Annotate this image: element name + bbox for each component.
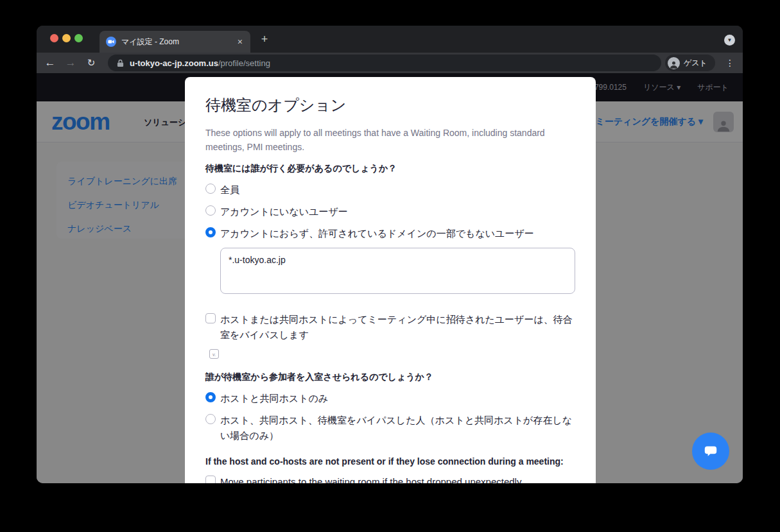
close-tab-icon[interactable]: × (236, 37, 244, 47)
question-who-goes-to-waiting-room: 待機室には誰が行く必要があるのでしょうか？ (205, 163, 575, 175)
browser-tab[interactable]: マイ設定 - Zoom × (100, 31, 250, 53)
url-text: u-tokyo-ac-jp.zoom.us/profile/setting (130, 58, 270, 68)
radio-row-users-not-in-account[interactable]: アカウントにいないユーザー (205, 204, 575, 219)
radio-label: アカウントにいないユーザー (220, 204, 348, 219)
chat-bubble-icon (702, 443, 719, 459)
fullscreen-window-button[interactable] (74, 34, 83, 42)
checkbox-icon[interactable] (205, 476, 216, 483)
forward-button[interactable]: → (63, 53, 78, 73)
radio-icon[interactable] (205, 414, 216, 424)
tab-title: マイ設定 - Zoom (121, 37, 236, 47)
chat-widget-button[interactable] (692, 433, 729, 470)
url-domain: u-tokyo-ac-jp.zoom.us (130, 58, 218, 68)
modal-title: 待機室のオプション (205, 95, 575, 116)
page-viewport: 88.799.0125 リソース ▾ サポート zoom ソリューション ミーテ… (37, 73, 743, 483)
minimize-window-button[interactable] (62, 34, 71, 42)
modal-description: These options will apply to all meetings… (205, 126, 575, 154)
browser-toolbar: ← → ↻ u-tokyo-ac-jp.zoom.us/profile/sett… (37, 53, 743, 73)
question-who-admits-participants: 誰が待機室から参加者を入室させられるのでしょうか？ (205, 372, 575, 383)
close-window-button[interactable] (50, 34, 58, 42)
radio-row-everyone[interactable]: 全員 (205, 182, 575, 198)
radio-row-host-cohosts-only[interactable]: ホストと共同ホストのみ (205, 391, 575, 406)
checkbox-label: Move participants to the waiting room if… (220, 474, 521, 483)
browser-menu-button[interactable]: ⋮ (725, 53, 735, 73)
back-button[interactable]: ← (42, 53, 58, 73)
guest-label: ゲスト (684, 58, 707, 69)
allowed-domains-input[interactable]: *.u-tokyo.ac.jp (220, 248, 575, 294)
lock-icon (117, 59, 124, 67)
radio-label: アカウントにおらず、許可されているドメインの一部でもないユーザー (220, 226, 534, 241)
zoom-favicon-icon (106, 37, 116, 47)
radio-label: 全員 (220, 182, 239, 198)
waiting-room-options-modal: 待機室のオプション These options will apply to al… (185, 77, 596, 483)
tab-search-button[interactable]: ▼ (724, 35, 735, 46)
checkbox-row-move-participants[interactable]: Move participants to the waiting room if… (205, 474, 575, 483)
radio-icon[interactable] (205, 184, 216, 194)
radio-row-users-not-in-allowed-domains[interactable]: アカウントにおらず、許可されているドメインの一部でもないユーザー (205, 226, 575, 241)
checkbox-label: ホストまたは共同ホストによってミーティング中に招待されたユーザーは、待合室をバイ… (220, 312, 575, 343)
checkbox-row-bypass-invited-users[interactable]: ホストまたは共同ホストによってミーティング中に招待されたユーザーは、待合室をバイ… (205, 312, 575, 343)
checkbox-icon[interactable] (205, 313, 216, 323)
chevron-down-icon: ▼ (727, 38, 732, 43)
url-path: /profile/setting (218, 58, 270, 68)
radio-label: ホストと共同ホストのみ (220, 391, 328, 406)
radio-label: ホスト、共同ホスト、待機室をバイパスした人（ホストと共同ホストが存在しない場合の… (220, 413, 575, 443)
browser-profile-button[interactable]: ゲスト (665, 55, 715, 71)
guest-avatar-icon (668, 57, 680, 69)
new-tab-button[interactable]: + (257, 32, 272, 46)
radio-icon-selected[interactable] (205, 227, 216, 237)
browser-window: マイ設定 - Zoom × + ▼ ← → ↻ u-tokyo-ac-jp.zo… (37, 26, 743, 483)
address-bar[interactable]: u-tokyo-ac-jp.zoom.us/profile/setting (108, 55, 661, 71)
broken-image-icon: v. (209, 349, 219, 359)
radio-icon-selected[interactable] (205, 392, 216, 402)
radio-row-host-cohosts-bypassers[interactable]: ホスト、共同ホスト、待機室をバイパスした人（ホストと共同ホストが存在しない場合の… (205, 413, 575, 443)
question-host-not-present: If the host and co-hosts are not present… (205, 456, 575, 467)
radio-icon[interactable] (205, 205, 216, 216)
tab-strip: マイ設定 - Zoom × + ▼ (37, 26, 743, 53)
reload-button[interactable]: ↻ (83, 53, 99, 73)
